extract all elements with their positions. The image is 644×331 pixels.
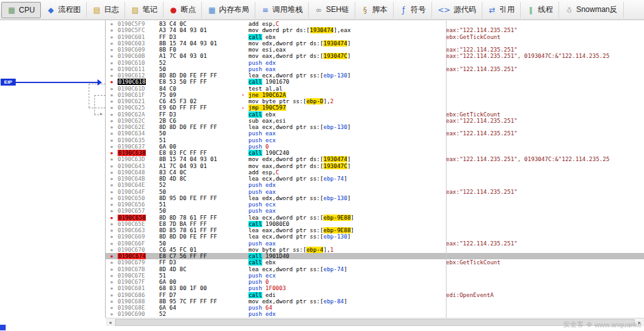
tab-source[interactable]: <>源代码 — [432, 2, 482, 18]
disasm-row[interactable]: ●0190C60BA1 7C 04 93 01mov eax,dword ptr… — [106, 53, 644, 59]
disasm-row[interactable]: ●0190C625E9 6D FF FF FF▴jmp 190C597 — [106, 104, 644, 111]
disasm-row[interactable]: ●0190C64F50push eaxeax:"122.114.235.251" — [106, 189, 644, 195]
disasm-row[interactable]: ●0190C686FF D7call ediedi:OpenEventA — [106, 292, 644, 298]
disasm-row[interactable]: ●0190C6128D 8D D0 FE FF FFlea ecx,dword … — [106, 72, 644, 79]
tab-script[interactable]: §脚本 — [355, 2, 394, 18]
disasm-row[interactable]: ●0190C638E8 03 FC FF FFcall 190C240 — [106, 150, 644, 156]
disasm-row[interactable]: ●0190C65EE8 7D BA FF FFcall 19080E0 — [106, 221, 644, 227]
disasm-row[interactable]: ●0190C679FF D3call ebxebx:GetTickCount — [106, 259, 644, 266]
breakpoint-dot[interactable]: ● — [106, 169, 118, 176]
breakpoint-dot[interactable]: ● — [106, 279, 118, 285]
tab-snowman[interactable]: ☃Snowman反 — [559, 2, 623, 18]
breakpoint-dot[interactable]: ● — [106, 298, 118, 305]
disasm-row[interactable]: ●0190C65750push eax — [106, 208, 644, 214]
disasm-row[interactable]: ●0190C68E6A 64push 64 — [106, 305, 644, 311]
scrollbar-thumb[interactable] — [115, 319, 635, 326]
breakpoint-dot[interactable]: ● — [106, 233, 118, 240]
disasm-row[interactable]: ●0190C63D8B 15 74 04 93 01mov edx,dword … — [106, 156, 644, 162]
breakpoint-dot[interactable]: ● — [106, 47, 118, 53]
breakpoint-dot[interactable]: ● — [106, 247, 118, 253]
breakpoint-dot[interactable]: ● — [106, 285, 118, 291]
breakpoint-dot[interactable]: ● — [106, 124, 118, 130]
tab-symbols[interactable]: ƒ符号 — [394, 2, 432, 18]
disasm-row[interactable]: ●0190C6098B F0mov esi,eaxeax:"122.114.23… — [106, 47, 644, 53]
breakpoint-dot[interactable]: ● — [106, 86, 118, 92]
disasm-row[interactable]: ●0190C643A1 7C 04 93 01mov eax,dword ptr… — [106, 163, 644, 169]
breakpoint-dot[interactable]: ● — [106, 92, 118, 98]
disasm-row[interactable]: ●0190C65651push ecx — [106, 201, 644, 208]
breakpoint-dot[interactable]: ● — [106, 130, 118, 137]
disasm-row[interactable]: ●0190C64883 C4 0Cadd esp,C — [106, 169, 644, 176]
disasm-row[interactable]: ●0190C6588D 8D 78 61 FF FFlea ecx,dword … — [106, 215, 644, 221]
breakpoint-dot[interactable]: ● — [106, 305, 118, 311]
breakpoint-dot[interactable]: ● — [106, 176, 118, 182]
disasm-row[interactable]: ●0190C674E8 C7 56 FF FFcall 1901D40 — [106, 253, 644, 259]
tab-log[interactable]: ▤日志 — [87, 2, 125, 18]
disasm-row[interactable]: ●0190C621C6 45 F3 02mov byte ptr ss:[ebp… — [106, 98, 644, 104]
disasm-row[interactable]: ●0190C61052push edx — [106, 60, 644, 66]
disasm-row[interactable]: ●0190C62E8D 8D D0 FE FF FFlea ecx,dword … — [106, 124, 644, 130]
breakpoint-dot[interactable]: ● — [106, 253, 118, 259]
tab-call-stack[interactable]: ≡调用堆栈 — [255, 2, 309, 18]
tab-memory-map[interactable]: ▦内存布局 — [202, 2, 255, 18]
tab-threads[interactable]: ∥线程 — [521, 2, 559, 18]
disasm-row[interactable]: ●0190C618E8 53 50 FF FFcall 1901670 — [106, 79, 644, 85]
breakpoint-dot[interactable]: ● — [106, 292, 118, 298]
breakpoint-dot[interactable]: ● — [106, 66, 118, 72]
breakpoint-dot[interactable]: ● — [106, 208, 118, 214]
disasm-row[interactable]: ●0190C61F75 09▾jne 190C62A — [106, 92, 644, 98]
disasm-row[interactable]: ●0190C67B8D 4D 8Clea ecx,dword ptr ss:[e… — [106, 266, 644, 272]
disasm-row[interactable]: ●0190C6376A 00push 0 — [106, 143, 644, 150]
breakpoint-dot[interactable]: ● — [106, 34, 118, 40]
breakpoint-dot[interactable]: ● — [106, 137, 118, 143]
disasm-row[interactable]: ●0190C6698D 8D D0 FE FF FFlea ecx,dword … — [106, 233, 644, 240]
tab-graph[interactable]: ◆流程图 — [41, 2, 87, 18]
disasm-row[interactable]: ●0190C601FF D3call ebxebx:GetTickCount — [106, 34, 644, 40]
breakpoint-dot[interactable]: ● — [106, 266, 118, 272]
breakpoint-dot[interactable]: ● — [106, 98, 118, 104]
disasm-row[interactable]: ●0190C66F50push eaxeax:"122.114.235.251" — [106, 240, 644, 247]
disasm-row[interactable]: ●0190C6038B 15 74 04 93 01mov edx,dword … — [106, 40, 644, 47]
breakpoint-dot[interactable]: ● — [106, 189, 118, 195]
breakpoint-dot[interactable]: ● — [106, 143, 118, 150]
tab-seh-chain[interactable]: ∞SEH链 — [309, 2, 355, 18]
disasm-row[interactable]: ●0190C6638D 85 78 61 FF FFlea eax,dword … — [106, 227, 644, 233]
disasm-row[interactable]: ●0190C69052push edx — [106, 311, 644, 317]
tab-references[interactable]: ⇄引用 — [482, 2, 521, 18]
disasm-row[interactable]: ●0190C5F983 C4 0Cadd esp,C — [106, 21, 644, 27]
breakpoint-dot[interactable]: ● — [106, 21, 118, 27]
breakpoint-dot[interactable]: ● — [106, 72, 118, 79]
disasm-row[interactable]: ●0190C67E51push ecx — [106, 272, 644, 279]
disasm-row[interactable]: ●0190C670C6 45 FC 01mov byte ptr ss:[ebp… — [106, 247, 644, 253]
breakpoint-dot[interactable]: ● — [106, 182, 118, 188]
breakpoint-dot[interactable]: ● — [106, 79, 118, 85]
breakpoint-dot[interactable]: ● — [106, 111, 118, 118]
disasm-row[interactable]: ●0190C61D84 C0test al,al — [106, 86, 644, 92]
breakpoint-dot[interactable]: ● — [106, 240, 118, 247]
breakpoint-dot[interactable]: ● — [106, 150, 118, 156]
disasm-row[interactable]: ●0190C64B8D 4D 8Clea ecx,dword ptr ss:[e… — [106, 176, 644, 182]
disasm-row[interactable]: ●0190C61150push eaxeax:"122.114.235.251" — [106, 66, 644, 72]
breakpoint-dot[interactable]: ● — [106, 27, 118, 33]
disasm-row[interactable]: ●0190C6888B 95 7C FF FF FFmov edx,dword … — [106, 298, 644, 305]
breakpoint-dot[interactable]: ● — [106, 118, 118, 124]
breakpoint-dot[interactable]: ● — [106, 104, 118, 111]
disasm-row[interactable]: ●0190C62C2B C6sub eax,esieax:"122.114.23… — [106, 118, 644, 124]
breakpoint-dot[interactable]: ● — [106, 227, 118, 233]
breakpoint-dot[interactable]: ● — [106, 311, 118, 317]
disasm-row[interactable]: ●0190C68168 03 00 1F 00push 1F0003 — [106, 285, 644, 291]
breakpoint-dot[interactable]: ● — [106, 221, 118, 227]
disasm-row[interactable]: ●0190C63551push ecx — [106, 137, 644, 143]
disasm-row[interactable]: ●0190C64E52push edx — [106, 182, 644, 188]
breakpoint-dot[interactable]: ● — [106, 195, 118, 201]
breakpoint-dot[interactable]: ● — [106, 53, 118, 59]
breakpoint-dot[interactable]: ● — [106, 259, 118, 266]
breakpoint-dot[interactable]: ● — [106, 201, 118, 208]
breakpoint-dot[interactable]: ● — [106, 40, 118, 47]
breakpoint-dot[interactable]: ● — [106, 272, 118, 279]
breakpoint-dot[interactable]: ● — [106, 60, 118, 66]
breakpoint-dot[interactable]: ● — [106, 163, 118, 169]
disasm-row[interactable]: ●0190C5FCA3 74 04 93 01mov dword ptr ds:… — [106, 27, 644, 33]
breakpoint-dot[interactable]: ● — [106, 215, 118, 221]
tab-cpu[interactable]: ▦CPU — [1, 2, 41, 18]
